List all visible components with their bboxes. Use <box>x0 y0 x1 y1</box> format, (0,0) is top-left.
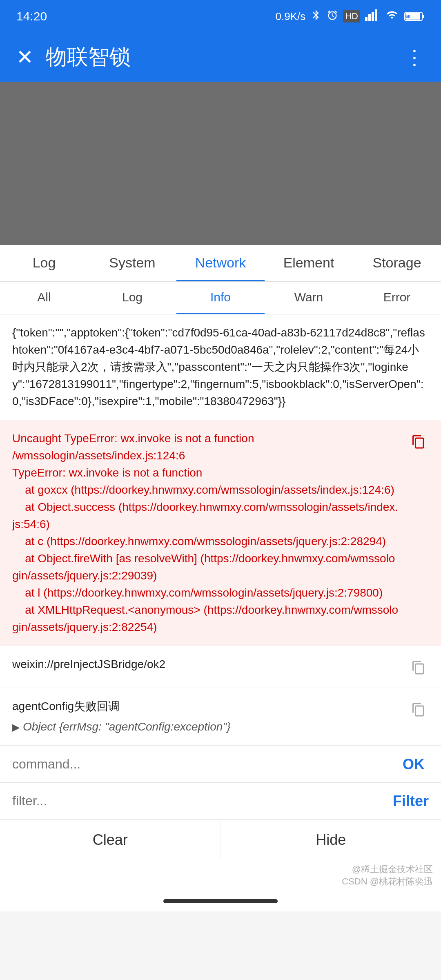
log-entry-4-expand[interactable]: ▶ Object {errMsg: "agentConfig:exception… <box>12 718 400 735</box>
status-time: 14:20 <box>16 9 47 23</box>
app-bar-left: ✕ 物联智锁 <box>16 43 131 71</box>
network-speed: 0.9K/s <box>276 10 306 23</box>
tab-network[interactable]: Network <box>176 245 265 281</box>
watermark: @稀土掘金技术社区 CSDN @桃花村陈奕迅 <box>0 860 441 891</box>
subtab-info[interactable]: Info <box>176 282 265 314</box>
expand-triangle-icon: ▶ <box>12 720 20 735</box>
tab-element[interactable]: Element <box>265 245 353 281</box>
app-bar: ✕ 物联智锁 ⋮ <box>0 33 441 82</box>
copy-button-4[interactable] <box>408 699 429 720</box>
log-entry-3: weixin://preInjectJSBridge/ok2 <box>0 646 441 688</box>
more-button[interactable]: ⋮ <box>404 45 425 69</box>
top-tabs: Log System Network Element Storage <box>0 245 441 282</box>
svg-rect-3 <box>375 9 377 21</box>
filter-button[interactable]: Filter <box>393 793 429 810</box>
log-text-2: Uncaught TypeError: wx.invoke is not a f… <box>12 430 400 636</box>
tab-log[interactable]: Log <box>0 245 88 281</box>
log-entry-1: {"token":"","apptoken":{"token":"cd7f0d9… <box>0 314 441 420</box>
battery-icon: 68 <box>404 11 425 22</box>
log-text-4: agentConfig失败回调 ▶ Object {errMsg: "agent… <box>12 698 400 735</box>
close-button[interactable]: ✕ <box>16 45 33 69</box>
tab-system[interactable]: System <box>88 245 176 281</box>
filter-input[interactable] <box>12 793 385 808</box>
ok-button[interactable]: OK <box>399 756 429 773</box>
subtab-all[interactable]: All <box>0 282 88 314</box>
svg-rect-5 <box>422 15 424 18</box>
tab-storage[interactable]: Storage <box>353 245 441 281</box>
log-entry-4-title: agentConfig失败回调 <box>12 698 400 715</box>
svg-rect-1 <box>368 14 371 21</box>
clear-button[interactable]: Clear <box>0 820 221 860</box>
home-indicator <box>0 891 441 911</box>
log-content: {"token":"","apptoken":{"token":"cd7f0d9… <box>0 314 441 746</box>
watermark-line2: CSDN @桃花村陈奕迅 <box>8 875 433 888</box>
svg-rect-0 <box>365 17 368 21</box>
hd-badge: HD <box>343 10 360 22</box>
copy-button-2[interactable] <box>408 432 429 452</box>
bluetooth-icon <box>310 9 322 24</box>
log-text-1: {"token":"","apptoken":{"token":"cd7f0d9… <box>12 324 429 410</box>
log-entry-4-sub: Object {errMsg: "agentConfig:exception"} <box>23 718 231 735</box>
subtab-warn[interactable]: Warn <box>265 282 353 314</box>
app-title: 物联智锁 <box>46 43 131 71</box>
command-bar: OK <box>0 746 441 782</box>
bottom-bar: Clear Hide <box>0 819 441 860</box>
log-entry-4: agentConfig失败回调 ▶ Object {errMsg: "agent… <box>0 688 441 746</box>
subtab-error[interactable]: Error <box>353 282 441 314</box>
svg-rect-2 <box>372 12 374 21</box>
signal-icon <box>365 9 380 24</box>
log-text-3: weixin://preInjectJSBridge/ok2 <box>12 656 400 673</box>
hide-button[interactable]: Hide <box>221 820 441 860</box>
svg-text:68: 68 <box>405 14 410 19</box>
camera-preview <box>0 82 441 245</box>
sub-tabs: All Log Info Warn Error <box>0 282 441 314</box>
watermark-line1: @稀土掘金技术社区 <box>8 863 433 875</box>
command-input[interactable] <box>12 757 390 772</box>
alarm-icon <box>327 9 338 24</box>
subtab-log[interactable]: Log <box>88 282 176 314</box>
wifi-icon <box>385 9 399 24</box>
filter-bar: Filter <box>0 782 441 819</box>
home-bar <box>163 899 278 903</box>
copy-button-3[interactable] <box>408 657 429 678</box>
status-right: 0.9K/s HD <box>276 9 425 24</box>
log-entry-2: Uncaught TypeError: wx.invoke is not a f… <box>0 420 441 646</box>
status-bar: 14:20 0.9K/s HD <box>0 0 441 33</box>
